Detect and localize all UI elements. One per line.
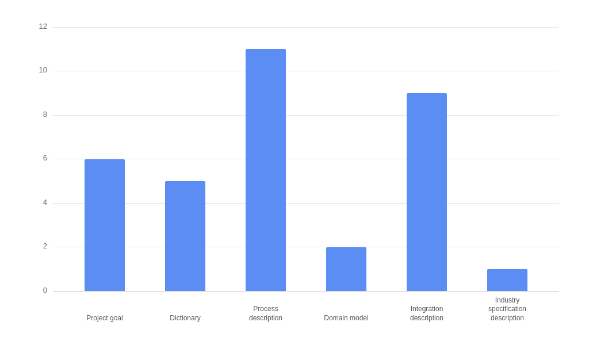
chart-container: 121086420 Project goalDictionaryProcessd… (18, 16, 571, 349)
bar-domain-model (326, 247, 366, 292)
bar-group-dictionary: Dictionary (145, 27, 225, 292)
bar-group-project-goal: Project goal (64, 27, 145, 292)
bar-group-industry-specification-description: Industryspecificationdescription (467, 27, 548, 292)
bar-label-domain-model: Domain model (318, 314, 375, 323)
bar-label-integration-description: Integrationdescription (398, 305, 456, 323)
y-axis-label: 0 (24, 286, 47, 294)
bar-industry-specification-description (487, 269, 527, 291)
bar-dictionary (165, 181, 205, 292)
y-axis-label: 12 (24, 22, 47, 30)
y-axis-label: 8 (24, 110, 47, 118)
bar-label-project-goal: Project goal (76, 314, 133, 323)
x-axis-line (53, 291, 559, 292)
bar-group-integration-description: Integrationdescription (387, 27, 467, 292)
bar-project-goal (85, 159, 125, 292)
y-axis-label: 4 (24, 198, 47, 206)
y-axis-label: 10 (24, 66, 47, 74)
bar-label-process-description: Processdescription (237, 305, 294, 323)
chart-area: 121086420 Project goalDictionaryProcessd… (53, 27, 559, 292)
y-axis-label: 2 (24, 242, 47, 250)
bar-integration-description (407, 93, 447, 292)
y-axis-label: 6 (24, 154, 47, 162)
bar-label-dictionary: Dictionary (156, 314, 214, 323)
bar-label-industry-specification-description: Industryspecificationdescription (479, 296, 536, 323)
bar-group-domain-model: Domain model (306, 27, 387, 292)
bars-container: Project goalDictionaryProcessdescription… (53, 27, 559, 292)
bar-process-description (246, 49, 286, 292)
bar-group-process-description: Processdescription (225, 27, 306, 292)
